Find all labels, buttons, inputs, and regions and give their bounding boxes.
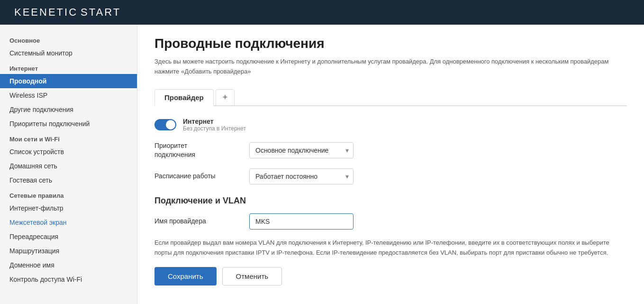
priority-select-wrapper: Основное подключение (249, 142, 354, 158)
sidebar-section-mynetworks: Мои сети и Wi-Fi (0, 131, 137, 145)
toggle-title: Интернет (183, 118, 246, 125)
toggle-subtitle: Без доступа в Интернет (183, 125, 246, 132)
sidebar-item-system-monitor[interactable]: Системный монитор (0, 46, 137, 60)
sidebar-item-wireless-isp[interactable]: Wireless ISP (0, 88, 137, 102)
cancel-button[interactable]: Отменить (222, 267, 282, 286)
sidebar-item-routing[interactable]: Маршрутизация (0, 244, 137, 258)
sidebar-item-home-network[interactable]: Домашняя сеть (0, 159, 137, 173)
sidebar-item-wifi-access[interactable]: Контроль доступа Wi-Fi (0, 272, 137, 286)
provider-name-row: Имя провайдера (154, 213, 627, 230)
sidebar-item-wired[interactable]: Проводной (0, 74, 137, 88)
sidebar-section-internet: Интернет (0, 60, 137, 74)
tab-provider[interactable]: Провайдер (154, 89, 214, 106)
logo-model: START (81, 6, 121, 18)
sidebar-section-osnovnoe: Основное (0, 32, 137, 46)
sidebar-item-domain[interactable]: Доменное имя (0, 258, 137, 272)
schedule-row: Расписание работы Работает постоянно (154, 168, 627, 184)
provider-name-input[interactable] (249, 213, 354, 230)
sidebar-item-other-connections[interactable]: Другие подключения (0, 102, 137, 117)
button-row: Сохранить Отменить (154, 267, 627, 286)
provider-name-label: Имя провайдера (154, 217, 249, 226)
priority-row: Приоритетподключения Основное подключени… (154, 141, 627, 160)
sidebar-item-port-forwarding[interactable]: Переадресация (0, 230, 137, 244)
sidebar-item-guest-network[interactable]: Гостевая сеть (0, 173, 137, 187)
page-title: Проводные подключения (154, 36, 627, 51)
priority-label: Приоритетподключения (154, 141, 249, 160)
sidebar: Основное Системный монитор Интернет Пров… (0, 25, 137, 304)
tabs-bar: Провайдер + (154, 88, 627, 106)
schedule-select-wrapper: Работает постоянно (249, 168, 354, 184)
schedule-label: Расписание работы (154, 172, 249, 181)
internet-toggle-row: Интернет Без доступа в Интернет (154, 118, 627, 132)
section-connection-vlan: Подключение и VLAN (154, 196, 627, 206)
sidebar-item-device-list[interactable]: Список устройств (0, 145, 137, 159)
layout: Основное Системный монитор Интернет Пров… (0, 25, 644, 304)
header: KEENETICSTART (0, 0, 644, 25)
vlan-info-text: Если провайдер выдал вам номера VLAN для… (154, 238, 619, 258)
main-content: Проводные подключения Здесь вы можете на… (137, 25, 644, 304)
page-description: Здесь вы можете настроить подключение к … (154, 57, 619, 77)
sidebar-item-internet-filter[interactable]: Интернет-фильтр (0, 201, 137, 215)
internet-toggle[interactable] (154, 119, 176, 130)
logo-brand: KEENETIC (14, 6, 78, 18)
sidebar-item-connection-priorities[interactable]: Приоритеты подключений (0, 117, 137, 131)
save-button[interactable]: Сохранить (154, 267, 217, 286)
sidebar-item-firewall[interactable]: Межсетевой экран (0, 215, 137, 230)
sidebar-section-network-rules: Сетевые правила (0, 187, 137, 201)
logo: KEENETICSTART (11, 6, 121, 18)
schedule-select[interactable]: Работает постоянно (249, 168, 354, 184)
tab-add-provider[interactable]: + (216, 89, 235, 106)
priority-select[interactable]: Основное подключение (249, 142, 354, 158)
